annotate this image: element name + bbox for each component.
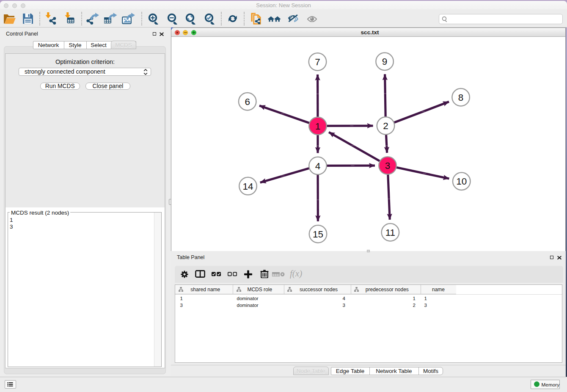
svg-text:3: 3 bbox=[385, 160, 391, 171]
svg-text:4: 4 bbox=[315, 160, 321, 171]
svg-text:8: 8 bbox=[458, 92, 464, 102]
svg-text:7: 7 bbox=[315, 56, 320, 67]
svg-text:10: 10 bbox=[456, 176, 467, 187]
svg-text:9: 9 bbox=[382, 56, 388, 67]
svg-text:15: 15 bbox=[313, 229, 323, 239]
svg-text:14: 14 bbox=[242, 181, 253, 191]
svg-text:1: 1 bbox=[315, 121, 321, 131]
svg-text:11: 11 bbox=[385, 227, 395, 237]
svg-text:2: 2 bbox=[383, 121, 388, 131]
svg-text:6: 6 bbox=[245, 96, 250, 107]
